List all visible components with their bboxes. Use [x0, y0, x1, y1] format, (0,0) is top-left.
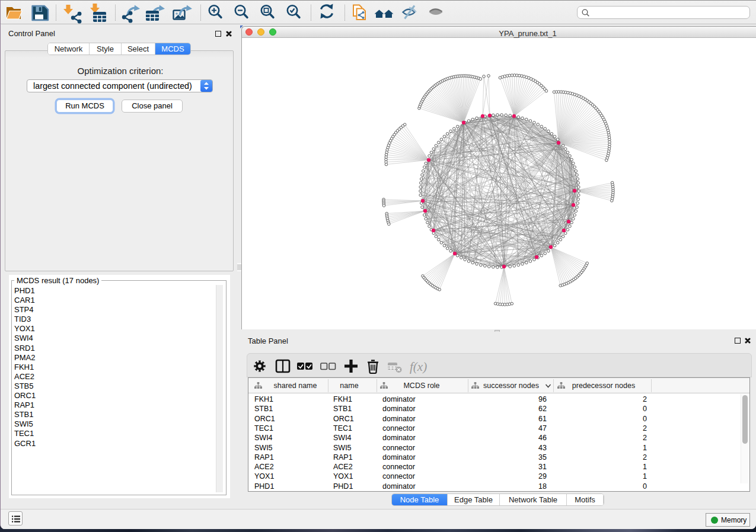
svg-text:f(x): f(x) [410, 360, 427, 374]
